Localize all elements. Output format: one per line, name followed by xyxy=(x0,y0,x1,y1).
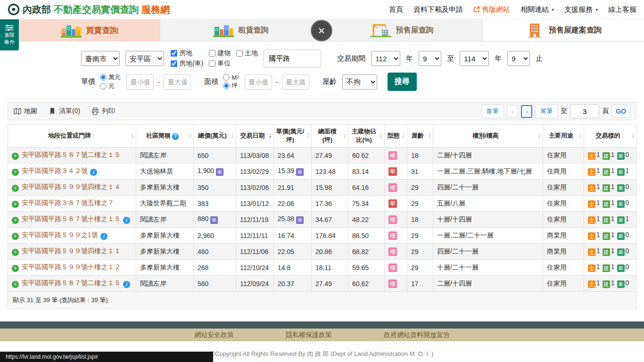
building-type-badge: 樓 xyxy=(388,231,397,240)
month-from-select[interactable]: 9 xyxy=(419,51,441,66)
district-select[interactable]: 安平區 xyxy=(125,51,164,66)
nav-old-site[interactable]: 舊版網站 xyxy=(473,5,510,14)
address-link[interactable]: 安平區國平路５９９號四樓之１４ xyxy=(22,183,121,190)
footer-link-privacy[interactable]: 隱私權保護政策 xyxy=(286,331,332,339)
search-button[interactable]: 搜尋 xyxy=(388,73,417,91)
info-icon[interactable]: i xyxy=(123,217,130,224)
age-select[interactable]: 不拘 xyxy=(342,74,377,90)
tab-presale[interactable]: 預售屋查詢 xyxy=(322,19,483,41)
col-ratio-label: 主建物佔比(%) xyxy=(352,128,376,143)
col-address[interactable]: 地段位置或門牌▲▼ xyxy=(8,124,136,148)
type-parking-checkbox[interactable] xyxy=(209,60,215,67)
type-house-land-checkbox[interactable] xyxy=(171,50,177,57)
expand-row-icon[interactable]: + xyxy=(12,217,19,224)
area-m2-option[interactable]: M² xyxy=(223,74,239,81)
expand-row-icon[interactable]: + xyxy=(12,249,19,256)
unit-price-cell: 20.37 xyxy=(274,276,312,292)
site-logo[interactable]: 內政部不動產交易實價查詢服務網 xyxy=(8,3,170,16)
area-cell: 176.84 xyxy=(312,228,348,244)
address-link[interactable]: 安平區國平路３８７號五樓之７ xyxy=(22,199,114,206)
col-floor[interactable]: 樓別/樓高▲▼ xyxy=(433,124,543,148)
address-link[interactable]: 安平區國平路５９９號十樓之１２ xyxy=(22,263,121,271)
last-page-button[interactable]: 尾筆 xyxy=(535,104,558,118)
road-keyword-input[interactable] xyxy=(264,49,321,67)
address-link[interactable]: 安平區國平路５８７號二樓之１５ xyxy=(22,279,121,287)
address-link[interactable]: 安平區國平路５９９號四樓之１１ xyxy=(22,247,121,255)
expand-row-icon[interactable]: + xyxy=(12,153,19,160)
unit-price-wan-radio[interactable] xyxy=(100,74,107,81)
col-type[interactable]: 型態▲▼ xyxy=(385,124,407,148)
area-m2-radio[interactable] xyxy=(223,74,230,81)
col-ratio[interactable]: 主建物佔比(%)▲▼ xyxy=(348,124,385,148)
type-building[interactable]: 建物 xyxy=(209,49,231,58)
col-total-price[interactable]: 總價(萬元)▲▼ xyxy=(194,124,236,148)
col-date[interactable]: 交易日期▲▼ xyxy=(236,124,274,148)
type-house-land-parking[interactable]: 房地(車) xyxy=(171,59,203,68)
address-link[interactable]: 安平區國平路３４２號 xyxy=(22,167,88,174)
city-select[interactable]: 臺南市 xyxy=(81,51,120,66)
total-price-cell: 2,960 xyxy=(194,228,236,244)
map-view-button[interactable]: 地圖 xyxy=(14,107,37,115)
nav-download-apply[interactable]: 資料下載及申請 xyxy=(413,5,463,14)
info-icon[interactable]: i xyxy=(100,233,107,240)
col-target[interactable]: 交易標的▲▼ xyxy=(584,124,637,148)
footer-link-security[interactable]: 網站安全政策 xyxy=(194,331,234,339)
expand-row-icon[interactable]: + xyxy=(12,201,19,208)
type-parking[interactable]: 車位 xyxy=(209,59,231,68)
col-usage[interactable]: 主要用途▲▼ xyxy=(543,124,584,148)
expand-row-icon[interactable]: + xyxy=(12,185,19,192)
area-ping-radio[interactable] xyxy=(223,82,230,89)
print-button[interactable]: 列印 xyxy=(91,107,115,115)
page-number-input[interactable] xyxy=(570,104,599,118)
type-house-land[interactable]: 房地 xyxy=(171,49,203,58)
area-ping-option[interactable]: 坪 xyxy=(223,82,239,90)
unit-price-wan-option[interactable]: 萬元 xyxy=(100,73,121,82)
type-house-land-parking-checkbox[interactable] xyxy=(171,60,177,67)
unit-price-yuan-radio[interactable] xyxy=(100,83,107,90)
price-max-input[interactable] xyxy=(164,74,191,90)
nav-support[interactable]: 支援服務 ▾ xyxy=(564,5,598,14)
type-land-checkbox[interactable] xyxy=(236,50,243,57)
tab-presale-project[interactable]: 預售屋建案查詢 xyxy=(483,19,644,41)
address-link[interactable]: 安平區國平路５８７號二樓之１５ xyxy=(22,151,121,158)
nav-home[interactable]: 首頁 xyxy=(389,5,403,14)
area-max-input[interactable] xyxy=(282,74,309,90)
col-age[interactable]: 屋齡▲▼ xyxy=(407,124,433,148)
info-icon[interactable]: i xyxy=(90,169,97,176)
nav-live-chat[interactable]: 線上客服 xyxy=(608,5,636,14)
address-link[interactable]: 安平區國平路５８７號十樓之１５ xyxy=(22,215,121,222)
expand-row-icon[interactable]: + xyxy=(12,265,19,272)
month-to-select[interactable]: 9 xyxy=(507,51,530,66)
expand-row-icon[interactable]: + xyxy=(12,233,19,240)
footer-link-open-data[interactable]: 政府網站資料開放宣告 xyxy=(384,331,450,339)
prev-page-button[interactable]: ‹ xyxy=(507,105,518,118)
saved-list-button[interactable]: 清單(0) xyxy=(49,107,80,115)
address-link[interactable]: 安平區國平路５９９之1號 xyxy=(22,231,98,239)
col-community[interactable]: 社區簡稱?▲▼ xyxy=(136,124,194,148)
type-land[interactable]: 土地 xyxy=(236,49,258,58)
tab-buy-sell-label: 買賣查詢 xyxy=(86,25,118,36)
type-building-checkbox[interactable] xyxy=(209,50,215,57)
go-page-button[interactable]: GO xyxy=(611,105,630,118)
nav-related-links[interactable]: 相關連結 ▾ xyxy=(520,5,554,14)
col-unit-price[interactable]: 單價(萬元/坪)▲▼ xyxy=(274,124,312,148)
tab-buy-sell[interactable]: 買賣查詢 xyxy=(19,19,160,41)
year-from-select[interactable]: 112 xyxy=(371,51,400,66)
advanced-conditions-tab[interactable]: 進階 條件 xyxy=(0,19,19,50)
next-page-button[interactable]: › xyxy=(521,105,532,118)
unit-price-yuan-option[interactable]: 元 xyxy=(100,82,121,90)
first-page-button[interactable]: 首筆 xyxy=(481,104,504,118)
help-icon[interactable]: ? xyxy=(172,133,179,140)
price-min-input[interactable] xyxy=(126,74,154,90)
area-min-input[interactable] xyxy=(245,74,272,90)
info-icon[interactable]: i xyxy=(123,281,130,288)
building-count-badge: 建 xyxy=(603,152,610,160)
expand-row-icon[interactable]: + xyxy=(12,281,19,288)
results-table: 地段位置或門牌▲▼ 社區簡稱?▲▼ 總價(萬元)▲▼ 交易日期▲▼ 單價(萬元/… xyxy=(8,124,637,292)
unit-price-cell: 25.38車 xyxy=(274,212,312,228)
year-to-select[interactable]: 114 xyxy=(460,51,489,66)
tab-rent[interactable]: 租賃查詢 xyxy=(160,19,322,41)
expand-row-icon[interactable]: + xyxy=(12,169,19,176)
col-area[interactable]: 總面積(坪)▲▼ xyxy=(312,124,348,148)
close-search-panel-button[interactable]: ✕ xyxy=(311,20,332,41)
